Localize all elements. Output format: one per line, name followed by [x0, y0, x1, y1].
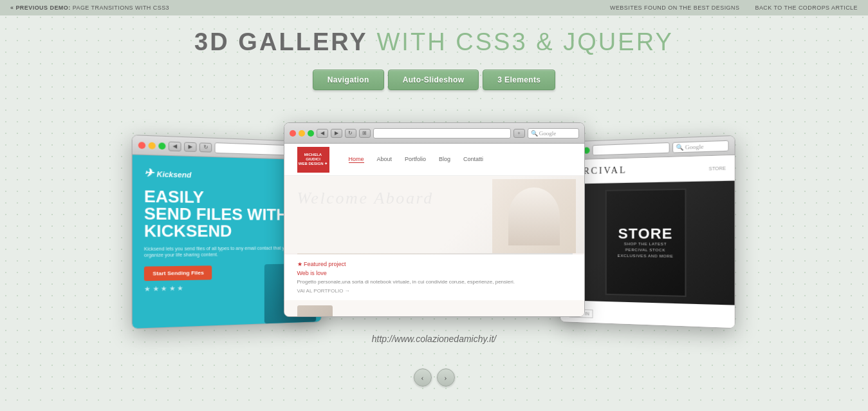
- forward-btn-left[interactable]: ▶: [184, 142, 197, 151]
- percival-store-text: STORE SHOP THE LATESTPERCIVAL STOCKEXCLU…: [617, 226, 673, 259]
- best-designs-link[interactable]: Websites Found On The Best Designs: [610, 5, 740, 11]
- browser-content-right: PERCIVAL STORE STORE SHOP THE LATESTPERC…: [560, 155, 735, 328]
- next-arrow[interactable]: ›: [437, 368, 455, 387]
- search-bar-right: 🔍 Google: [672, 140, 729, 153]
- dot-red-center: [290, 130, 296, 137]
- nav-link-contatti: Contatti: [463, 156, 483, 163]
- prev-arrow[interactable]: ‹: [414, 368, 432, 387]
- browser-center[interactable]: ◀ ▶ ↻ ⊞ + 🔍 Google MICHELAGIUDICIWEB DES…: [284, 122, 585, 317]
- featured-title: Featured project: [297, 261, 573, 267]
- nav-link-about: About: [377, 156, 392, 163]
- website-hero: Welcome Aboard: [284, 176, 585, 253]
- auto-slideshow-button[interactable]: Auto-Slideshow: [388, 70, 479, 90]
- website-nav: MICHELAGIUDICIWEB DESIGN ✦ Home About Po…: [284, 144, 585, 176]
- dot-green-left: [158, 142, 165, 149]
- add-btn-center[interactable]: +: [513, 129, 525, 138]
- percival-header: PERCIVAL STORE: [560, 155, 735, 184]
- prev-demo-link[interactable]: Page Transitions With CSS3: [73, 5, 169, 11]
- nav-link-blog: Blog: [439, 156, 450, 163]
- search-bar-center: 🔍 Google: [528, 128, 579, 139]
- forward-btn-center[interactable]: ▶: [331, 129, 342, 138]
- url-bar-center: [373, 128, 511, 139]
- url-bar-right: [592, 142, 669, 155]
- percival-nav: STORE: [708, 166, 726, 171]
- browser-chrome-center: ◀ ▶ ↻ ⊞ + 🔍 Google: [284, 123, 584, 144]
- percival-hero: STORE SHOP THE LATESTPERCIVAL STOCKEXCLU…: [560, 181, 735, 305]
- website-bottom: N ew idea: [284, 300, 585, 316]
- title-light: WITH CSS3 & JQUERY: [376, 28, 674, 55]
- featured-desc: Progetto personale,una sorta di notebook…: [297, 278, 573, 285]
- kicksend-cta: Start Sending Files: [143, 265, 212, 281]
- title-bold: 3D GALLERY: [194, 28, 368, 55]
- website-featured: Featured project Web is love Progetto pe…: [284, 254, 585, 300]
- featured-link: Web is love: [297, 270, 573, 276]
- featured-more: VAI AL PORTFOLIO →: [297, 288, 573, 294]
- website-logo: MICHELAGIUDICIWEB DESIGN ✦: [297, 147, 329, 173]
- dot-red-left: [138, 142, 145, 149]
- refresh-btn-center[interactable]: ↻: [345, 129, 356, 138]
- dot-yellow-center: [299, 130, 305, 137]
- percival-jacket: STORE SHOP THE LATESTPERCIVAL STOCKEXCLU…: [605, 189, 686, 297]
- percival-store-sub: SHOP THE LATESTPERCIVAL STOCKEXCLUSIVES …: [617, 241, 673, 260]
- browser-content-center: MICHELAGIUDICIWEB DESIGN ✦ Home About Po…: [284, 144, 585, 316]
- gallery-wrapper: ◀ ▶ ↻ + ✈ Kicksend EASILYSEND FILES WITH…: [129, 110, 740, 322]
- refresh-btn-left[interactable]: ↻: [199, 142, 211, 152]
- top-bar: « Previous Demo: Page Transitions With C…: [0, 0, 868, 15]
- elements-button[interactable]: 3 Elements: [483, 70, 555, 90]
- nav-arrows: ‹ ›: [0, 368, 868, 387]
- percival-store-title: STORE: [617, 226, 673, 241]
- grid-btn-center[interactable]: ⊞: [359, 129, 371, 138]
- dot-green-center: [308, 130, 314, 137]
- website-nav-links: Home About Portfolio Blog Contatti: [349, 156, 484, 163]
- top-bar-left: « Previous Demo: Page Transitions With C…: [10, 5, 169, 11]
- dot-yellow-left: [148, 142, 155, 149]
- gallery-container: ◀ ▶ ↻ + ✈ Kicksend EASILYSEND FILES WITH…: [0, 110, 868, 322]
- top-bar-right: Websites Found On The Best Designs Back …: [610, 5, 858, 11]
- browser-right[interactable]: 🔍 Google PERCIVAL STORE STORE SHOP THE L…: [560, 135, 735, 329]
- nav-buttons: Navigation Auto-Slideshow 3 Elements: [0, 70, 868, 90]
- navigation-button[interactable]: Navigation: [313, 70, 384, 90]
- back-btn-left[interactable]: ◀: [168, 141, 181, 151]
- website-thumb-1: [297, 305, 333, 316]
- back-btn-center[interactable]: ◀: [317, 129, 328, 138]
- url-display: http://www.colazionedamichy.it/: [0, 334, 868, 344]
- nav-link-home: Home: [349, 156, 364, 163]
- codrops-link[interactable]: Back To The Codrops Article: [755, 5, 858, 11]
- main-title: 3D GALLERY WITH CSS3 & JQUERY: [0, 28, 868, 56]
- nav-link-portfolio: Portfolio: [405, 156, 426, 163]
- prev-demo-label: « Previous Demo:: [10, 5, 71, 11]
- website-hero-text: Welcome Aboard: [297, 189, 434, 208]
